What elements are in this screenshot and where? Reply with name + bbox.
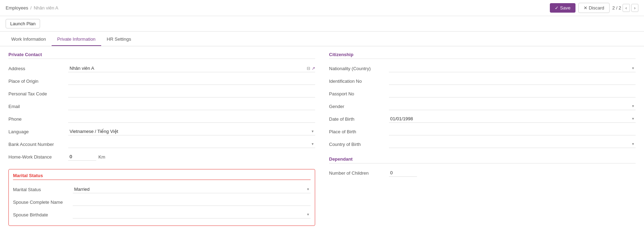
date-of-birth-label: Date of Birth: [329, 116, 389, 122]
save-label: Save: [560, 5, 571, 11]
marital-status-section: Marital Status Marital Status Single Mar…: [8, 169, 315, 226]
marital-status-title: Marital Status: [13, 173, 311, 180]
phone-row: Phone: [8, 114, 315, 124]
address-wrap: Nhân viên A ⊟ ↗: [68, 65, 315, 72]
nationality-value: Vietnam ▾: [389, 65, 636, 72]
identification-no-label: Identification No: [329, 79, 389, 84]
place-of-birth-input[interactable]: [389, 128, 636, 135]
country-of-birth-wrap: Vietnam ▾: [389, 140, 636, 148]
language-chevron-icon: ▾: [310, 129, 315, 134]
tab-private-information[interactable]: Private Information: [52, 33, 101, 46]
breadcrumb-current: Nhân viên A: [34, 5, 58, 11]
language-value: Vietnamese / Tiếng Việt English ▾: [68, 128, 315, 135]
spouse-birthdate-row: Spouse Birthdate ▾: [13, 209, 311, 220]
bank-account-label: Bank Account Number: [8, 142, 68, 147]
passport-no-value: [389, 90, 636, 98]
next-page-button[interactable]: ›: [631, 4, 638, 12]
collapse-icon[interactable]: ⊟: [307, 66, 310, 71]
spouse-birthdate-value: ▾: [73, 211, 311, 219]
bank-account-row: Bank Account Number ▾: [8, 139, 315, 149]
phone-value: [68, 115, 315, 123]
phone-input[interactable]: [68, 115, 315, 123]
save-button[interactable]: ✓ Save: [550, 3, 575, 13]
bank-account-wrap: ▾: [68, 140, 315, 148]
spouse-birthdate-input[interactable]: [73, 211, 306, 218]
bank-account-input[interactable]: [68, 140, 310, 148]
launch-plan-button[interactable]: Launch Plan: [6, 19, 40, 28]
email-value: [68, 102, 315, 110]
spouse-birthdate-wrap: ▾: [73, 211, 311, 219]
breadcrumb-separator: /: [30, 5, 32, 11]
number-of-children-row: Number of Children: [329, 168, 636, 178]
number-of-children-input[interactable]: [389, 169, 417, 177]
email-label: Email: [8, 104, 68, 109]
country-of-birth-row: Country of Birth Vietnam ▾: [329, 139, 636, 149]
tabs: Work Information Private Information HR …: [0, 33, 644, 46]
external-link-icon[interactable]: ↗: [312, 66, 315, 71]
date-of-birth-value: ▾: [389, 115, 636, 123]
times-icon: ✕: [584, 5, 587, 11]
place-of-origin-row: Place of Origin: [8, 76, 315, 86]
address-label: Address: [8, 66, 68, 71]
spouse-name-value: [73, 198, 311, 206]
marital-chevron-icon: ▾: [306, 187, 311, 191]
nationality-label: Nationality (Country): [329, 66, 389, 71]
date-of-birth-row: Date of Birth ▾: [329, 114, 636, 124]
birthdate-chevron-icon: ▾: [306, 212, 311, 217]
language-select[interactable]: Vietnamese / Tiếng Việt English: [68, 128, 310, 135]
number-of-children-label: Number of Children: [329, 170, 389, 176]
place-of-birth-row: Place of Birth: [329, 126, 636, 137]
country-of-birth-label: Country of Birth: [329, 142, 389, 147]
home-work-distance-row: Home-Work Distance Km: [8, 152, 315, 162]
gender-label: Gender: [329, 104, 389, 109]
personal-tax-code-row: Personal Tax Code: [8, 88, 315, 99]
marital-status-value: Single Married Legal Cohabitant Widower …: [73, 186, 311, 193]
nationality-chevron-icon: ▾: [631, 66, 636, 70]
dependant-section: Dependant Number of Children: [329, 156, 636, 178]
private-contact-title: Private Contact: [8, 52, 315, 59]
tab-work-information[interactable]: Work Information: [6, 33, 52, 46]
passport-no-input[interactable]: [389, 90, 636, 98]
phone-label: Phone: [8, 116, 68, 122]
date-of-birth-input[interactable]: [389, 115, 631, 122]
address-row: Address Nhân viên A ⊟ ↗: [8, 63, 315, 74]
citizenship-section: Citizenship Nationality (Country) Vietna…: [329, 52, 636, 149]
identification-no-input[interactable]: [389, 77, 636, 85]
personal-tax-code-input[interactable]: [68, 90, 315, 98]
home-work-distance-value: Km: [68, 153, 315, 161]
breadcrumb-parent[interactable]: Employees: [6, 5, 28, 11]
dependant-title: Dependant: [329, 156, 636, 163]
home-work-distance-label: Home-Work Distance: [8, 154, 68, 160]
identification-no-row: Identification No: [329, 76, 636, 86]
gender-row: Gender Male Female Other ▾: [329, 101, 636, 112]
distance-unit: Km: [98, 154, 105, 160]
country-of-birth-select[interactable]: Vietnam: [389, 140, 631, 148]
marital-status-label: Marital Status: [13, 187, 73, 192]
gender-select[interactable]: Male Female Other: [389, 102, 631, 110]
pagination-text: 2 / 2: [612, 5, 621, 11]
prev-page-button[interactable]: ‹: [623, 4, 630, 12]
spouse-birthdate-label: Spouse Birthdate: [13, 212, 73, 217]
citizenship-title: Citizenship: [329, 52, 636, 59]
nationality-select[interactable]: Vietnam: [389, 65, 631, 72]
email-input[interactable]: [68, 102, 315, 110]
personal-tax-code-label: Personal Tax Code: [8, 91, 68, 96]
place-of-origin-input[interactable]: [68, 77, 315, 85]
distance-input[interactable]: [68, 153, 96, 161]
personal-tax-code-value: [68, 90, 315, 98]
dob-chevron-icon: ▾: [631, 116, 636, 121]
gender-chevron-icon: ▾: [631, 104, 636, 108]
discard-button[interactable]: ✕ Discard: [578, 3, 610, 13]
spouse-name-row: Spouse Complete Name: [13, 197, 311, 207]
number-of-children-value: [389, 169, 636, 177]
marital-status-select[interactable]: Single Married Legal Cohabitant Widower …: [73, 186, 306, 193]
country-of-birth-value: Vietnam ▾: [389, 140, 636, 148]
nationality-select-wrap: Vietnam ▾: [389, 65, 636, 72]
place-of-origin-value: [68, 77, 315, 85]
top-actions: ✓ Save ✕ Discard 2 / 2 ‹ ›: [550, 3, 638, 13]
language-select-wrap: Vietnamese / Tiếng Việt English ▾: [68, 128, 315, 135]
spouse-name-input[interactable]: [73, 198, 311, 206]
private-contact-section: Private Contact Address Nhân viên A ⊟ ↗ …: [8, 52, 315, 162]
bank-account-value: ▾: [68, 140, 315, 148]
tab-hr-settings[interactable]: HR Settings: [101, 33, 137, 46]
